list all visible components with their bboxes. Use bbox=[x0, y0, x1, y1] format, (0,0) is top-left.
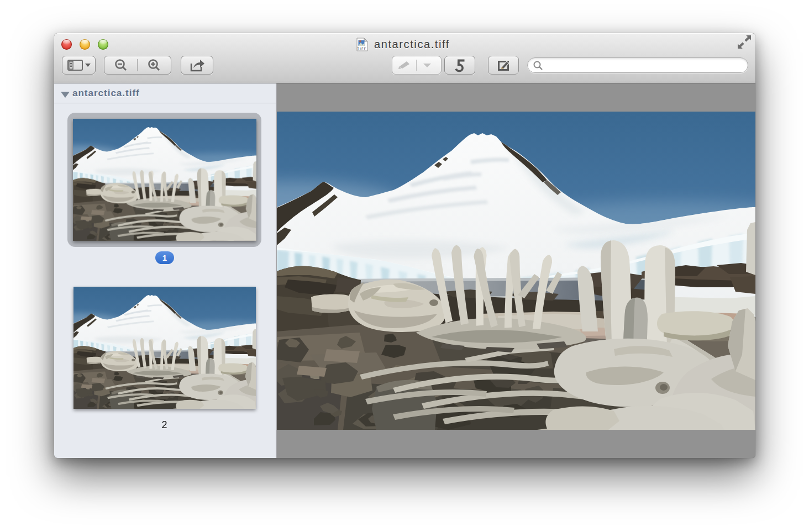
svg-text:TIFF: TIFF bbox=[358, 47, 367, 50]
